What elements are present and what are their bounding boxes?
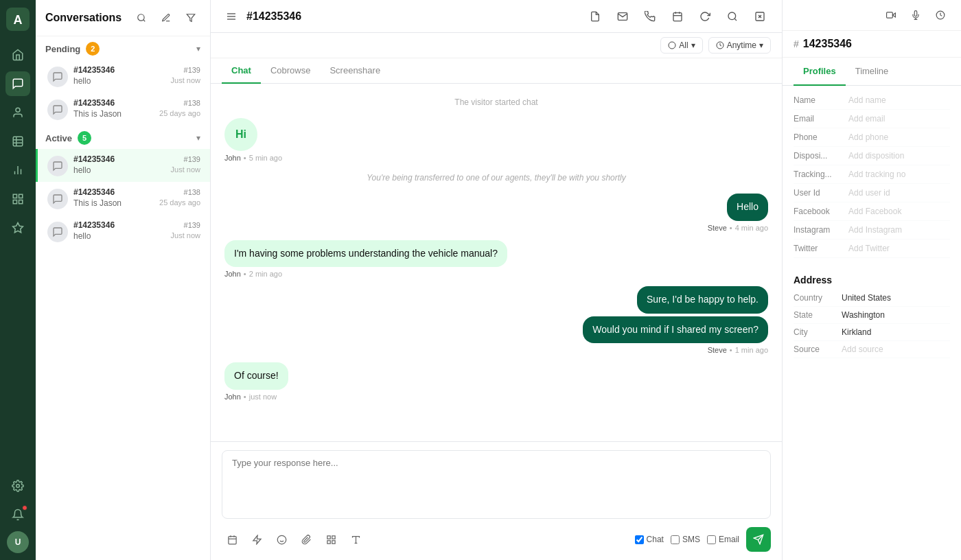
email-button[interactable] [612, 5, 634, 27]
pending-conv-item-1[interactable]: #14235346 #139 hello Just now [36, 60, 210, 93]
tab-chat[interactable]: Chat [222, 58, 261, 84]
nav-logo: A [5, 7, 30, 32]
field-value-tracking[interactable]: Add tracking no [848, 170, 905, 179]
filter-all-button[interactable]: All ▾ [660, 37, 702, 54]
filter-button[interactable] [181, 8, 200, 27]
format-button[interactable] [345, 529, 366, 550]
chat-conv-id: #14235346 [246, 10, 301, 23]
phone-button[interactable] [639, 5, 661, 27]
quick-reply-button[interactable] [246, 529, 267, 550]
pending-section-header[interactable]: Pending 2 ▾ [36, 36, 210, 60]
profile-field-facebook: Facebook Add Facebook [794, 202, 950, 221]
note-button[interactable] [584, 5, 606, 27]
active-section-header[interactable]: Active 5 ▾ [36, 126, 210, 149]
message-row-hello: Hello Steve • 4 min ago [224, 194, 768, 232]
active-section: Active 5 ▾ #14235346 #139 hello Just now [36, 126, 210, 248]
compose-button[interactable] [157, 8, 176, 27]
nav-item-notifications[interactable] [5, 502, 30, 527]
conv-time: 25 days ago [159, 109, 200, 119]
msg-dot: • [730, 224, 732, 232]
field-value-email[interactable]: Add email [848, 114, 885, 124]
message-row-vehicle: I'm having some problems understanding t… [224, 240, 768, 279]
field-value-userid[interactable]: Add user id [848, 188, 890, 198]
filter-anytime-button[interactable]: Anytime ▾ [708, 37, 771, 54]
message-row-hi: Hi John • 5 min ago [224, 118, 768, 162]
field-value-disposition[interactable]: Add disposition [848, 151, 904, 161]
msg-bubble-sure: Sure, I'd be happy to help. [637, 286, 768, 314]
msg-time: 2 min ago [249, 270, 282, 278]
video-icon[interactable] [881, 5, 901, 25]
channel-email-checkbox[interactable]: Email [707, 535, 739, 544]
channel-chat-label: Chat [647, 535, 664, 544]
channel-sms-checkbox[interactable]: SMS [671, 535, 700, 544]
active-conv-item-3[interactable]: #14235346 #139 hello Just now [36, 215, 210, 248]
active-conv-item-1[interactable]: #14235346 #139 hello Just now [36, 149, 210, 182]
field-value-name[interactable]: Add name [848, 95, 886, 105]
nav-item-apps[interactable] [5, 187, 30, 211]
field-label-name: Name [794, 95, 848, 105]
nav-item-reports[interactable] [5, 129, 30, 154]
conv-id: #14235346 [73, 65, 115, 75]
field-label-phone: Phone [794, 132, 848, 142]
conv-num: #139 [184, 221, 200, 229]
template-button[interactable] [321, 529, 341, 550]
nav-item-settings[interactable] [5, 474, 30, 498]
mic-icon[interactable] [906, 5, 925, 25]
address-value-source[interactable]: Add source [842, 345, 883, 354]
tab-cobrowse[interactable]: Cobrowse [261, 58, 321, 84]
refresh-button[interactable] [694, 5, 716, 27]
profile-tab-timeline[interactable]: Timeline [846, 58, 899, 86]
schedule-button[interactable] [667, 5, 688, 27]
search-button[interactable] [132, 8, 151, 27]
field-label-userid: User Id [794, 188, 848, 198]
svg-point-31 [669, 42, 675, 49]
message-input[interactable] [222, 450, 771, 519]
msg-sender: John [224, 154, 241, 162]
profile-tab-profiles[interactable]: Profiles [794, 58, 846, 86]
tab-screenshare[interactable]: Screenshare [320, 58, 390, 84]
msg-bubble-hello: Hello [727, 194, 768, 221]
profile-hash-symbol: # [794, 38, 799, 49]
pending-conv-item-2[interactable]: #14235346 #138 This is Jason 25 days ago [36, 93, 210, 126]
channel-chat-checkbox[interactable]: Chat [635, 535, 664, 544]
attach-button[interactable] [296, 529, 316, 550]
conv-time: Just now [171, 76, 200, 86]
nav-item-contacts[interactable] [5, 100, 30, 125]
conv-time: Just now [171, 231, 200, 241]
chat-bottom-bar: Chat SMS Email [222, 527, 771, 552]
timer-icon[interactable] [931, 5, 950, 25]
svg-rect-3 [13, 137, 23, 146]
conv-num: #139 [184, 66, 200, 74]
conv-msg: hello [73, 165, 91, 175]
msg-bubble-vehicle: I'm having some problems understanding t… [224, 240, 507, 268]
address-value-city[interactable]: Kirkland [842, 327, 871, 337]
address-value-state[interactable]: Washington [842, 310, 885, 320]
address-label-source: Source [794, 345, 842, 354]
emoji-button[interactable] [271, 529, 292, 550]
nav-item-conversations[interactable] [5, 71, 30, 96]
field-value-phone[interactable]: Add phone [848, 132, 888, 142]
schedule-tool-button[interactable] [222, 529, 242, 550]
svg-rect-44 [332, 540, 334, 543]
field-value-twitter[interactable]: Add Twitter [848, 244, 890, 253]
send-button[interactable] [746, 527, 771, 552]
filter-all-chevron: ▾ [691, 40, 695, 50]
field-value-facebook[interactable]: Add Facebook [848, 207, 901, 216]
profile-topbar [783, 0, 961, 31]
conv-id: #14235346 [73, 187, 115, 197]
msg-meta-sure: Steve • 1 min ago [708, 346, 768, 354]
field-value-instagram[interactable]: Add Instagram [848, 225, 902, 235]
user-avatar[interactable]: U [7, 531, 29, 553]
search-chat-button[interactable] [721, 5, 743, 27]
address-value-country[interactable]: United States [842, 293, 891, 303]
nav-item-home[interactable] [5, 43, 30, 67]
svg-text:A: A [14, 13, 23, 27]
svg-marker-18 [187, 14, 195, 22]
profile-field-phone: Phone Add phone [794, 128, 950, 147]
nav-item-analytics[interactable] [5, 158, 30, 183]
mute-button[interactable] [749, 5, 771, 27]
active-conv-item-2[interactable]: #14235346 #138 This is Jason 25 days ago [36, 182, 210, 215]
sidebar-toggle-button[interactable] [222, 7, 241, 26]
nav-item-favorites[interactable] [5, 215, 30, 240]
active-label: Active [45, 133, 72, 143]
